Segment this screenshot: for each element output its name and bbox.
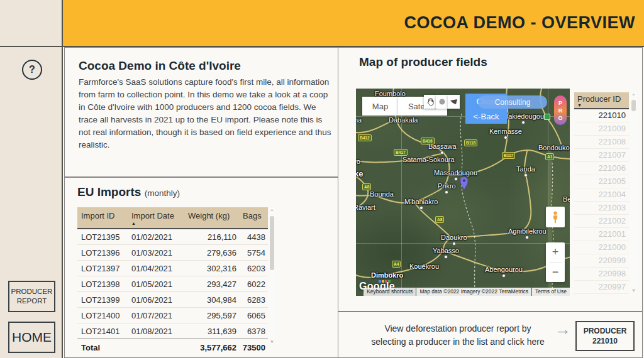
scroll-thumb[interactable] (631, 100, 636, 111)
scroll-up-icon[interactable]: ^ (633, 92, 635, 99)
column-header-import-date[interactable]: Import Date ▲ (128, 211, 184, 225)
road-badge: B416 (421, 138, 435, 144)
producer-list-item[interactable]: 221002 (574, 214, 629, 227)
back-button[interactable]: <-Back (465, 109, 507, 124)
circle-icon (438, 98, 446, 106)
eu-imports-title: EU Imports (monthly) (77, 185, 325, 199)
column-header-weight[interactable]: Weight (kg) (184, 211, 239, 220)
producer-list-item[interactable]: 221008 (574, 135, 629, 148)
cta-text: View deforestation producer report by se… (357, 322, 558, 349)
eu-imports-total-row: Total 3,577,662 73500 (77, 339, 268, 355)
table-row[interactable]: LOT2140101/08/2021311,6396378 (77, 323, 268, 339)
map-place-label: Agnibilekrou (508, 227, 547, 239)
header-divider (0, 46, 644, 47)
intro-title: Cocoa Demo in Côte d'Ivoire (79, 59, 324, 73)
page-title: COCOA DEMO - OVERVIEW (404, 13, 635, 33)
road-badge: B117 (502, 152, 515, 159)
polygon-icon (450, 99, 458, 106)
producer-list-item[interactable]: 221001 (574, 227, 629, 241)
producer-list-item[interactable]: 221009 (574, 122, 629, 135)
producer-list-item[interactable]: 220999 (574, 254, 629, 267)
zoom-out-button[interactable]: − (546, 263, 565, 282)
scroll-down-icon[interactable]: v (271, 339, 274, 345)
producer-list-item[interactable]: 221006 (574, 161, 629, 175)
sidebar: ? PRODUCER REPORT HOME (0, 0, 62, 358)
table-row[interactable]: LOT2139601/03/2021279,6365754 (77, 244, 268, 260)
map-place-label: Dimbokro (371, 271, 403, 279)
map-place-label: Satama-Sokoura (402, 156, 455, 163)
road-badge: B417 (394, 149, 408, 156)
producer-list-scrollbar[interactable]: ^ v (630, 92, 637, 293)
pegman-button[interactable] (546, 207, 565, 227)
producer-list-item[interactable]: 221010 (574, 109, 629, 122)
eu-imports-subtitle: (monthly) (145, 188, 180, 198)
sort-descending-icon: ▼ (577, 104, 629, 107)
producer-list-item[interactable]: 220997 (574, 280, 629, 293)
table-row[interactable]: LOT2139801/05/2021293,4276022 (77, 276, 268, 291)
table-row[interactable]: LOT2139701/04/2021302,3166203 (77, 260, 268, 276)
producer-list-item[interactable]: 221000 (574, 241, 629, 254)
eu-imports-panel: EU Imports (monthly) Import ID Import Da… (64, 177, 338, 358)
map-title: Map of producer fields (359, 55, 487, 69)
map-type-button[interactable]: Map (362, 97, 398, 116)
keyboard-shortcuts-link[interactable]: Keyboard shortcuts (364, 288, 416, 296)
eu-imports-table: Import ID Import Date ▲ Weight (kg) Bags… (77, 207, 268, 355)
map-place-label: Be (563, 195, 570, 203)
producer-list-item[interactable]: 221007 (574, 148, 629, 161)
map-place-label: ke (356, 170, 363, 178)
google-map[interactable]: FoumboloDabakalaFlakiédougouKerimasseBon… (356, 89, 570, 296)
map-place-label: M'bahiakro (404, 198, 438, 210)
column-header-bags[interactable]: Bags (239, 211, 268, 220)
producer-list-item[interactable]: 221005 (574, 175, 629, 188)
producer-list-item[interactable]: 221004 (574, 188, 629, 201)
road-badge: A8 (435, 216, 444, 223)
scroll-down-icon[interactable]: v (633, 287, 635, 293)
consulting-pill: Consulting (478, 95, 547, 109)
terms-of-use-link[interactable]: Terms of Use (532, 288, 570, 296)
table-row[interactable]: LOT2139501/02/2021216,1104438 (77, 229, 268, 244)
pegman-icon (550, 210, 560, 224)
producer-list-item[interactable]: 221003 (574, 201, 629, 214)
map-panel: Map of producer fields (338, 47, 643, 312)
column-header-import-id[interactable]: Import ID (77, 211, 128, 220)
help-icon[interactable]: ? (22, 60, 42, 80)
road-badge: B412 (358, 134, 372, 141)
hand-icon (426, 97, 435, 106)
map-place-label: Yabasso (433, 247, 459, 259)
map-place-label: Tanda (516, 165, 535, 177)
map-place-label: na (356, 116, 362, 124)
eu-imports-scrollbar[interactable]: ^ v (269, 208, 275, 345)
table-row[interactable]: LOT2140001/07/2021295,5976065 (77, 307, 268, 323)
pan-tool-button[interactable] (424, 95, 436, 109)
producer-list-item[interactable]: 220996 (574, 293, 629, 296)
map-place-label: Bounda (370, 190, 394, 198)
dashboard-root: ? PRODUCER REPORT HOME COCOA DEMO - OVER… (0, 0, 644, 358)
eu-imports-table-header[interactable]: Import ID Import Date ▲ Weight (kg) Bags (77, 207, 268, 229)
map-place-label: Flakiédougou (502, 112, 544, 124)
polygon-tool-button[interactable] (448, 95, 460, 109)
zoom-in-button[interactable]: + (546, 242, 565, 262)
producer-list-header[interactable]: Producer ID ▼ (574, 92, 629, 109)
home-button[interactable]: HOME (8, 322, 55, 353)
pro-badge[interactable]: PRO (554, 95, 567, 125)
map-place-label: Bondoukou (538, 144, 570, 151)
producer-report-cta-button[interactable]: PRODUCER 221010 (575, 321, 635, 351)
field-marker[interactable] (544, 114, 550, 120)
arrow-right-icon: → (555, 320, 571, 339)
producer-list-item[interactable]: 220998 (574, 267, 629, 280)
map-place-label: Massadougou (434, 169, 477, 181)
map-place-label: Kerimasse (489, 127, 522, 139)
map-place-label: Raviart (356, 203, 375, 211)
road-badge: A1 (545, 153, 554, 160)
road-badge: A4 (392, 261, 401, 268)
scroll-up-icon[interactable]: ^ (271, 208, 274, 214)
map-place-label: Dabakala (389, 116, 418, 124)
scroll-thumb[interactable] (270, 216, 274, 270)
map-attribution: Keyboard shortcuts Map data ©2022 Imager… (364, 288, 570, 296)
producer-pin-icon[interactable] (458, 175, 470, 190)
table-row[interactable]: LOT2139901/06/2021304,9846283 (77, 291, 268, 307)
circle-tool-button[interactable] (436, 95, 448, 109)
map-data-attribution: Map data ©2022 Imagery ©2022 TerraMetric… (416, 288, 531, 296)
producer-report-button[interactable]: PRODUCER REPORT (8, 281, 55, 312)
total-bags: 73500 (239, 343, 268, 352)
